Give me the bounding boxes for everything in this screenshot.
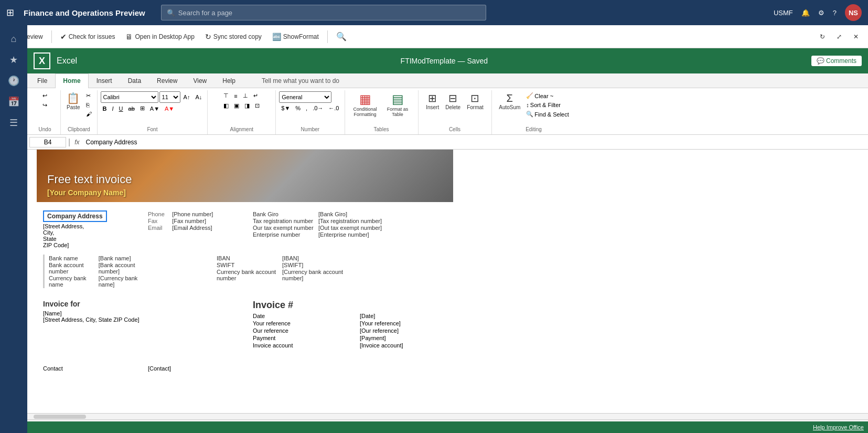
enterprise-row: Enterprise number [Enterprise number] <box>253 231 384 238</box>
tables-group-label: Tables <box>348 126 415 133</box>
cut-button[interactable]: ✂ <box>84 91 94 100</box>
show-format-button[interactable]: 🔤 ShowFormat <box>268 30 323 43</box>
undo-button[interactable]: ↩ <box>40 91 49 100</box>
strikethrough-button[interactable]: ab <box>126 104 137 113</box>
align-top-button[interactable]: ⊤ <box>221 91 231 100</box>
our-ref-row: Our reference [Our reference] <box>253 328 858 334</box>
increase-decimal-button[interactable]: .0→ <box>310 104 325 112</box>
check-issues-button[interactable]: ✔ Check for issues <box>56 30 120 43</box>
settings-icon[interactable]: ⚙ <box>818 9 824 17</box>
format-table-icon: ▤ <box>392 93 404 105</box>
excel-logo: X <box>34 52 50 69</box>
ribbon-tabs: File Home Insert Data Review View Help T… <box>27 73 868 88</box>
merge-center-button[interactable]: ⊡ <box>253 101 262 110</box>
tab-insert[interactable]: Insert <box>89 73 120 88</box>
wrap-text-button[interactable]: ↵ <box>251 91 260 100</box>
tab-data[interactable]: Data <box>120 73 149 88</box>
formula-input[interactable] <box>84 138 866 147</box>
format-table-button[interactable]: ▤ Format as Table <box>382 91 413 119</box>
underline-button[interactable]: U <box>117 104 125 113</box>
tab-view[interactable]: View <box>185 73 215 88</box>
font-decrease-button[interactable]: A↓ <box>193 93 204 101</box>
global-search-bar[interactable]: 🔍 Search for a page <box>161 5 486 20</box>
comma-button[interactable]: , <box>304 104 309 112</box>
alignment-group-label: Alignment <box>211 126 272 133</box>
horizontal-scrollbar-thumb[interactable] <box>34 415 86 419</box>
align-bottom-button[interactable]: ⊥ <box>241 91 250 100</box>
align-center-button[interactable]: ▣ <box>232 101 241 110</box>
delete-button[interactable]: ⊟ Delete <box>443 91 463 112</box>
font-row1: Calibri 11 A↑ A↓ <box>101 91 205 103</box>
number-format-selector[interactable]: General <box>279 91 331 103</box>
open-desktop-button[interactable]: 🖥 Open in Desktop App <box>121 30 198 43</box>
fx-label: fx <box>74 139 79 146</box>
tax-exempt-label: Our tax exempt number <box>253 225 318 231</box>
font-size-selector[interactable]: 11 <box>159 91 180 103</box>
tab-file[interactable]: File <box>29 73 55 88</box>
tab-tell-me[interactable]: Tell me what you want to do <box>254 73 347 88</box>
redo-button[interactable]: ↪ <box>40 101 49 110</box>
border-button[interactable]: ⊞ <box>138 104 147 113</box>
decrease-decimal-button[interactable]: ←.0 <box>326 104 341 112</box>
sort-filter-button[interactable]: ↕ Sort & Filter <box>524 101 571 109</box>
align-middle-button[interactable]: ≡ <box>232 91 239 100</box>
format-button[interactable]: ⊡ Format <box>464 91 486 112</box>
your-ref-row: Your reference [Your reference] <box>253 320 858 326</box>
font-selector[interactable]: Calibri <box>101 91 158 103</box>
cell-reference-input[interactable] <box>29 137 66 147</box>
user-avatar[interactable]: NS <box>845 4 862 21</box>
tab-help[interactable]: Help <box>215 73 243 88</box>
align-right-button[interactable]: ◨ <box>242 101 252 110</box>
popout-button[interactable]: ⤢ <box>832 31 846 43</box>
company-address-label[interactable]: Company Address <box>43 210 107 222</box>
tax-exempt-value: [Out tax exempt number] <box>318 225 384 231</box>
currency-button[interactable]: $▼ <box>279 104 292 112</box>
tax-reg-label: Tax registration number <box>253 218 318 224</box>
bank-info-section: Bank name [Bank name] Bank account numbe… <box>43 255 858 288</box>
app-grid-icon[interactable]: ⊞ <box>6 7 14 18</box>
paste-button[interactable]: 📋 Paste <box>64 91 83 112</box>
italic-button[interactable]: I <box>110 104 116 113</box>
format-painter-button[interactable]: 🖌 <box>84 110 94 118</box>
notification-icon[interactable]: 🔔 <box>801 9 810 17</box>
conditional-formatting-button[interactable]: ▦ Conditional Formatting <box>349 91 381 119</box>
percent-button[interactable]: % <box>293 104 303 112</box>
close-button[interactable]: ✕ <box>849 31 863 43</box>
search-toolbar-button[interactable]: 🔍 <box>332 29 351 44</box>
clipboard-group-label: Clipboard <box>64 126 94 133</box>
help-improve-link[interactable]: Help Improve Office <box>813 424 864 430</box>
bank-acc-row: Bank account number [Bank account number… <box>49 262 154 274</box>
comments-button[interactable]: 💬 Comments <box>811 56 862 66</box>
sidebar-clock-icon[interactable]: 🕐 <box>3 71 24 90</box>
tab-review[interactable]: Review <box>149 73 185 88</box>
insert-label: Insert <box>426 104 439 110</box>
refresh-button[interactable]: ↻ <box>816 31 829 43</box>
sync-copy-button[interactable]: ↻ Sync stored copy <box>201 30 266 43</box>
insert-button[interactable]: ⊞ Insert <box>423 91 442 112</box>
clear-button[interactable]: 🧹 Clear ~ <box>524 91 571 100</box>
app-title: Finance and Operations Preview <box>24 8 145 17</box>
find-select-button[interactable]: 🔍 Find & Select <box>524 110 571 119</box>
sidebar-list-icon[interactable]: ☰ <box>3 113 24 132</box>
copy-button[interactable]: ⎘ <box>84 101 94 109</box>
bold-button[interactable]: B <box>101 104 109 113</box>
user-label[interactable]: USMF <box>774 9 793 17</box>
number-group-content: General $▼ % , .0→ ←.0 <box>279 91 341 126</box>
fill-color-button[interactable]: A▼ <box>148 104 162 113</box>
tab-home[interactable]: Home <box>55 73 88 88</box>
font-color-button[interactable]: A▼ <box>163 104 176 113</box>
iban-row: IBAN [IBAN] <box>217 255 348 261</box>
sidebar-home-icon[interactable]: ⌂ <box>3 29 24 48</box>
help-icon[interactable]: ? <box>833 9 837 17</box>
delete-label: Delete <box>445 104 460 110</box>
email-row: Email [Email Address] <box>148 225 253 231</box>
sidebar-star-icon[interactable]: ★ <box>3 50 24 69</box>
align-left-button[interactable]: ◧ <box>221 101 231 110</box>
autosum-button[interactable]: Σ AutoSum <box>496 91 523 112</box>
font-increase-button[interactable]: A↑ <box>181 93 192 101</box>
sidebar-calendar-icon[interactable]: 📅 <box>3 92 24 111</box>
bank-giro-col: Bank Giro [Bank Giro] Tax registration n… <box>253 210 384 248</box>
sheet-area[interactable]: Free text invoice [Your Company Name] Co… <box>27 150 868 413</box>
undo-group-content: ↩ ↪ <box>40 91 49 126</box>
phone-value: [Phone number] <box>172 211 253 217</box>
